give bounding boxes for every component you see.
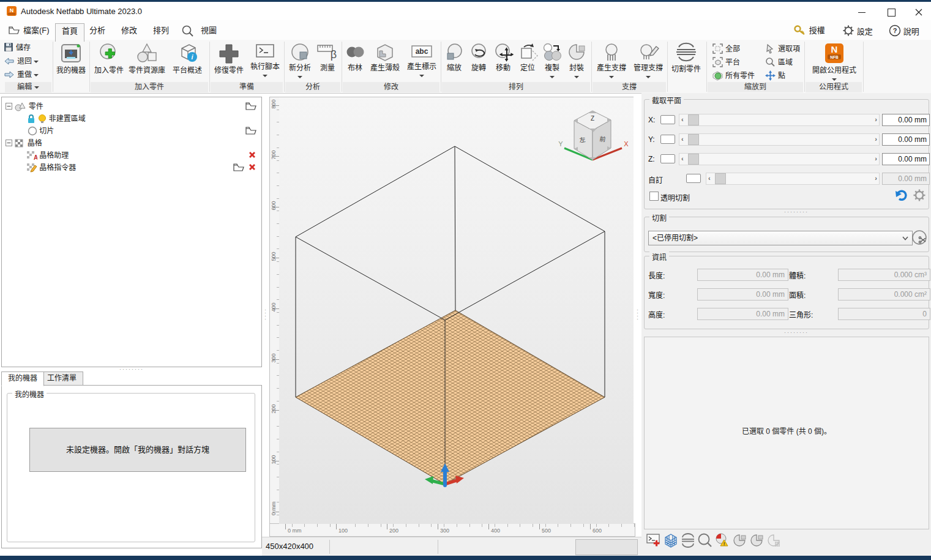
undo-dropdown-icon[interactable] — [34, 61, 39, 63]
manage-support-dropdown-icon[interactable] — [646, 76, 651, 78]
file-menu[interactable]: 檔案(F) — [5, 23, 53, 38]
redo-dropdown-icon[interactable] — [34, 74, 39, 77]
open-utility-button[interactable]: N NFB 開啟公用程式 — [809, 42, 859, 81]
save-button[interactable]: 儲存 — [4, 42, 31, 54]
tab-modify[interactable]: 修改 — [118, 23, 141, 38]
view-cube[interactable]: Z 左 前 Y X — [556, 102, 630, 170]
pack-action-2-icon[interactable] — [749, 532, 765, 548]
pack-action-icon[interactable] — [731, 532, 747, 548]
tree-item-lattice-assistant[interactable]: A 晶格助理 — [2, 149, 261, 161]
tab-home[interactable]: 首頁 — [55, 23, 84, 42]
clip-y-checkbox[interactable] — [660, 135, 675, 144]
lock-icon[interactable] — [26, 114, 36, 124]
rotate-button[interactable]: 旋轉 — [466, 42, 491, 81]
clip-custom-slider-thumb[interactable] — [715, 173, 726, 184]
bulb-icon[interactable] — [38, 114, 47, 124]
undo-button[interactable]: 退回 — [4, 55, 39, 67]
ribbon-search-button[interactable] — [181, 24, 195, 40]
slider-right-arrow-icon[interactable]: › — [875, 116, 877, 123]
my-machines-button[interactable]: 我的機器 — [54, 42, 88, 81]
slice-preview-icon[interactable] — [680, 532, 696, 548]
clip-x-slider-thumb[interactable] — [688, 114, 699, 125]
clip-y-slider-thumb[interactable] — [688, 134, 699, 145]
maximize-button[interactable] — [882, 7, 900, 18]
license-button[interactable]: 授權 — [793, 24, 825, 37]
mesh-warning-icon[interactable]: ! — [714, 532, 730, 548]
create-support-dropdown-icon[interactable] — [609, 76, 614, 78]
new-analysis-button[interactable]: 新分析 — [285, 42, 315, 81]
pack-dropdown-icon[interactable] — [574, 76, 579, 78]
open-folder-icon[interactable] — [233, 163, 244, 171]
open-folder-icon[interactable] — [245, 102, 256, 110]
position-button[interactable]: 定位 — [515, 42, 540, 81]
collapse-icon[interactable] — [6, 103, 12, 110]
tab-my-machines[interactable]: 我的機器 — [1, 371, 44, 386]
right-splitter-handle-2[interactable]: ········ — [775, 329, 818, 335]
tree-item-no-build-zone[interactable]: 非建置區域 — [2, 112, 261, 124]
right-splitter-handle-1[interactable]: ········ — [775, 209, 818, 215]
clip-custom-slider[interactable]: ‹› — [706, 173, 880, 185]
build-plate[interactable] — [296, 310, 605, 484]
zoom-region-button[interactable]: 區域 — [765, 56, 793, 69]
transparent-cut-checkbox[interactable] — [649, 192, 659, 201]
part-library-button[interactable]: 零件資源庫 — [127, 42, 166, 81]
clip-x-slider[interactable]: ‹ › — [679, 114, 880, 126]
scale-button[interactable]: 縮放 — [442, 42, 466, 81]
close-button[interactable] — [910, 7, 928, 18]
create-shell-button[interactable]: 產生薄殼 — [367, 42, 403, 81]
open-utility-dropdown-icon[interactable] — [832, 78, 837, 81]
tab-arrange[interactable]: 排列 — [149, 23, 173, 38]
open-folder-icon[interactable] — [245, 126, 256, 135]
duplicate-dropdown-icon[interactable] — [550, 76, 555, 78]
pack-button[interactable]: 封裝 — [564, 42, 589, 81]
run-script-dropdown-icon[interactable] — [263, 75, 267, 77]
delete-icon[interactable] — [248, 163, 256, 171]
clip-custom-checkbox[interactable] — [686, 174, 701, 183]
delete-icon[interactable] — [248, 151, 256, 159]
create-support-button[interactable]: 產生支撐 — [594, 42, 629, 81]
measure-button[interactable]: β 測量 — [315, 42, 340, 81]
duplicate-button[interactable]: 複製 — [540, 42, 564, 81]
platform-overview-button[interactable]: i 平台概述 — [168, 42, 207, 81]
tab-worklist[interactable]: 工作清單 — [40, 371, 83, 386]
manage-support-button[interactable]: 管理支撐 — [630, 42, 666, 81]
clip-z-value[interactable]: 0.00 mm — [882, 153, 930, 165]
move-button[interactable]: 移動 — [491, 42, 515, 81]
clip-x-value[interactable]: 0.00 mm — [882, 114, 930, 126]
new-cut-icon[interactable] — [911, 230, 929, 247]
viewcube-front-face[interactable]: 前 — [599, 135, 607, 143]
zoom-all-parts-button[interactable]: 所有零件 — [712, 70, 755, 82]
left-splitter-handle[interactable]: ········ — [110, 366, 153, 372]
edit-group-label[interactable]: 編輯 — [5, 82, 51, 92]
create-label-button[interactable]: abc 產生標示 — [404, 42, 439, 81]
no-machine-set-button[interactable]: 未設定機器。開啟「我的機器」對話方塊 — [29, 428, 246, 472]
reset-clip-icon[interactable] — [894, 189, 908, 201]
lattice-view-icon[interactable] — [663, 532, 679, 548]
zoom-point-button[interactable]: 點 — [765, 70, 785, 82]
create-label-dropdown-icon[interactable] — [419, 75, 424, 77]
clip-x-checkbox[interactable] — [660, 115, 675, 124]
tab-analysis[interactable]: 分析 — [86, 23, 109, 38]
zoom-platform-button[interactable]: 平台 — [712, 56, 740, 69]
zoom-inspect-icon[interactable] — [697, 532, 713, 548]
clip-settings-gear-icon[interactable] — [913, 189, 926, 202]
redo-button[interactable]: 重做 — [4, 69, 39, 81]
cuts-select[interactable]: <已停用切割> — [648, 231, 913, 245]
new-analysis-dropdown-icon[interactable] — [297, 76, 302, 78]
viewport-left-splitter[interactable]: ···· — [261, 309, 269, 321]
zoom-all-button[interactable]: 全部 — [712, 43, 740, 55]
zoom-selection-button[interactable]: 選取項 — [765, 43, 800, 55]
clip-z-slider[interactable]: ‹› — [679, 153, 880, 165]
tree-item-parts[interactable]: 零件 — [2, 100, 261, 112]
clip-z-checkbox[interactable] — [660, 154, 675, 163]
clip-y-slider[interactable]: ‹› — [679, 133, 880, 146]
add-part-button[interactable]: 加入零件 — [92, 42, 126, 81]
clip-z-slider-thumb[interactable] — [688, 154, 699, 165]
minimize-button[interactable] — [853, 7, 871, 18]
boolean-button[interactable]: 布林 — [344, 42, 366, 81]
tree-item-slices[interactable]: 切片 — [2, 124, 261, 136]
help-button[interactable]: ? 說明 — [889, 24, 919, 37]
viewcube-left-face[interactable]: 左 — [579, 135, 586, 143]
viewport-3d[interactable]: Z 左 前 Y X — [279, 97, 634, 524]
tab-view[interactable]: 視圖 — [197, 23, 220, 38]
